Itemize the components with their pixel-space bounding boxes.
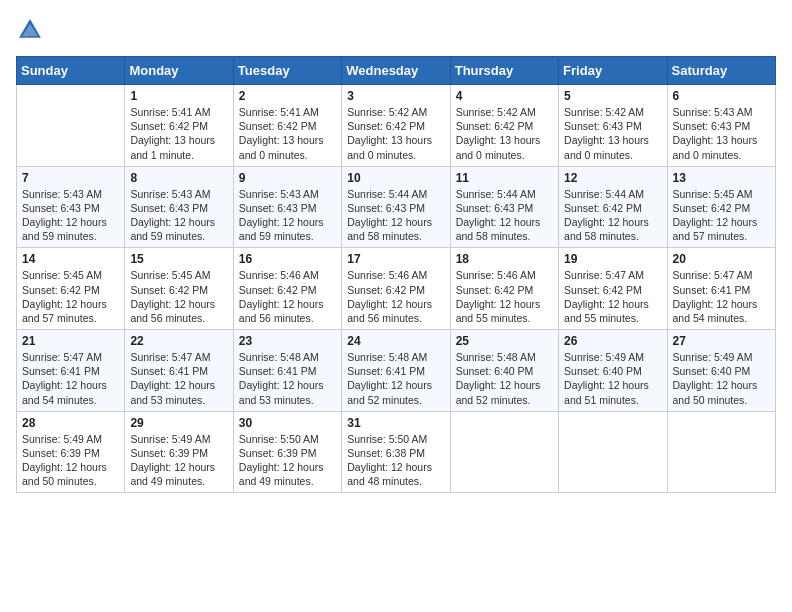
day-number: 3 xyxy=(347,89,444,103)
day-number: 7 xyxy=(22,171,119,185)
calendar-header-row: SundayMondayTuesdayWednesdayThursdayFrid… xyxy=(17,57,776,85)
day-info: Sunrise: 5:48 AM Sunset: 6:41 PM Dayligh… xyxy=(239,350,336,407)
calendar-week-row: 28Sunrise: 5:49 AM Sunset: 6:39 PM Dayli… xyxy=(17,411,776,493)
day-info: Sunrise: 5:49 AM Sunset: 6:40 PM Dayligh… xyxy=(564,350,661,407)
calendar-cell: 7Sunrise: 5:43 AM Sunset: 6:43 PM Daylig… xyxy=(17,166,125,248)
day-number: 11 xyxy=(456,171,553,185)
day-info: Sunrise: 5:43 AM Sunset: 6:43 PM Dayligh… xyxy=(239,187,336,244)
day-number: 5 xyxy=(564,89,661,103)
day-number: 23 xyxy=(239,334,336,348)
calendar-cell: 31Sunrise: 5:50 AM Sunset: 6:38 PM Dayli… xyxy=(342,411,450,493)
day-info: Sunrise: 5:48 AM Sunset: 6:41 PM Dayligh… xyxy=(347,350,444,407)
calendar-cell: 9Sunrise: 5:43 AM Sunset: 6:43 PM Daylig… xyxy=(233,166,341,248)
day-info: Sunrise: 5:48 AM Sunset: 6:40 PM Dayligh… xyxy=(456,350,553,407)
day-info: Sunrise: 5:43 AM Sunset: 6:43 PM Dayligh… xyxy=(673,105,770,162)
day-header-sunday: Sunday xyxy=(17,57,125,85)
calendar-cell: 16Sunrise: 5:46 AM Sunset: 6:42 PM Dayli… xyxy=(233,248,341,330)
day-info: Sunrise: 5:47 AM Sunset: 6:41 PM Dayligh… xyxy=(22,350,119,407)
day-number: 31 xyxy=(347,416,444,430)
day-info: Sunrise: 5:47 AM Sunset: 6:42 PM Dayligh… xyxy=(564,268,661,325)
calendar-week-row: 14Sunrise: 5:45 AM Sunset: 6:42 PM Dayli… xyxy=(17,248,776,330)
day-number: 20 xyxy=(673,252,770,266)
day-number: 26 xyxy=(564,334,661,348)
day-info: Sunrise: 5:41 AM Sunset: 6:42 PM Dayligh… xyxy=(130,105,227,162)
calendar-cell: 15Sunrise: 5:45 AM Sunset: 6:42 PM Dayli… xyxy=(125,248,233,330)
day-number: 16 xyxy=(239,252,336,266)
calendar-cell: 17Sunrise: 5:46 AM Sunset: 6:42 PM Dayli… xyxy=(342,248,450,330)
day-info: Sunrise: 5:49 AM Sunset: 6:40 PM Dayligh… xyxy=(673,350,770,407)
day-info: Sunrise: 5:46 AM Sunset: 6:42 PM Dayligh… xyxy=(456,268,553,325)
day-header-saturday: Saturday xyxy=(667,57,775,85)
calendar-cell: 19Sunrise: 5:47 AM Sunset: 6:42 PM Dayli… xyxy=(559,248,667,330)
day-number: 2 xyxy=(239,89,336,103)
day-number: 6 xyxy=(673,89,770,103)
day-number: 25 xyxy=(456,334,553,348)
calendar-cell: 10Sunrise: 5:44 AM Sunset: 6:43 PM Dayli… xyxy=(342,166,450,248)
day-number: 4 xyxy=(456,89,553,103)
calendar-cell xyxy=(559,411,667,493)
calendar-cell: 28Sunrise: 5:49 AM Sunset: 6:39 PM Dayli… xyxy=(17,411,125,493)
day-header-thursday: Thursday xyxy=(450,57,558,85)
day-info: Sunrise: 5:44 AM Sunset: 6:43 PM Dayligh… xyxy=(456,187,553,244)
calendar-cell: 8Sunrise: 5:43 AM Sunset: 6:43 PM Daylig… xyxy=(125,166,233,248)
calendar-cell: 12Sunrise: 5:44 AM Sunset: 6:42 PM Dayli… xyxy=(559,166,667,248)
day-info: Sunrise: 5:42 AM Sunset: 6:42 PM Dayligh… xyxy=(347,105,444,162)
calendar-cell: 13Sunrise: 5:45 AM Sunset: 6:42 PM Dayli… xyxy=(667,166,775,248)
calendar-cell: 18Sunrise: 5:46 AM Sunset: 6:42 PM Dayli… xyxy=(450,248,558,330)
calendar-cell: 29Sunrise: 5:49 AM Sunset: 6:39 PM Dayli… xyxy=(125,411,233,493)
calendar-week-row: 21Sunrise: 5:47 AM Sunset: 6:41 PM Dayli… xyxy=(17,330,776,412)
day-number: 12 xyxy=(564,171,661,185)
calendar-cell: 2Sunrise: 5:41 AM Sunset: 6:42 PM Daylig… xyxy=(233,85,341,167)
calendar-table: SundayMondayTuesdayWednesdayThursdayFrid… xyxy=(16,56,776,493)
logo xyxy=(16,16,48,44)
day-number: 24 xyxy=(347,334,444,348)
day-info: Sunrise: 5:41 AM Sunset: 6:42 PM Dayligh… xyxy=(239,105,336,162)
calendar-cell xyxy=(450,411,558,493)
calendar-cell: 25Sunrise: 5:48 AM Sunset: 6:40 PM Dayli… xyxy=(450,330,558,412)
day-number: 28 xyxy=(22,416,119,430)
day-number: 13 xyxy=(673,171,770,185)
calendar-cell: 11Sunrise: 5:44 AM Sunset: 6:43 PM Dayli… xyxy=(450,166,558,248)
calendar-week-row: 7Sunrise: 5:43 AM Sunset: 6:43 PM Daylig… xyxy=(17,166,776,248)
day-info: Sunrise: 5:47 AM Sunset: 6:41 PM Dayligh… xyxy=(130,350,227,407)
day-number: 29 xyxy=(130,416,227,430)
day-number: 17 xyxy=(347,252,444,266)
calendar-cell: 5Sunrise: 5:42 AM Sunset: 6:43 PM Daylig… xyxy=(559,85,667,167)
day-number: 8 xyxy=(130,171,227,185)
day-header-tuesday: Tuesday xyxy=(233,57,341,85)
calendar-cell: 26Sunrise: 5:49 AM Sunset: 6:40 PM Dayli… xyxy=(559,330,667,412)
day-info: Sunrise: 5:43 AM Sunset: 6:43 PM Dayligh… xyxy=(130,187,227,244)
day-info: Sunrise: 5:45 AM Sunset: 6:42 PM Dayligh… xyxy=(130,268,227,325)
page-header xyxy=(16,16,776,44)
calendar-cell: 24Sunrise: 5:48 AM Sunset: 6:41 PM Dayli… xyxy=(342,330,450,412)
day-info: Sunrise: 5:50 AM Sunset: 6:38 PM Dayligh… xyxy=(347,432,444,489)
day-number: 1 xyxy=(130,89,227,103)
day-info: Sunrise: 5:45 AM Sunset: 6:42 PM Dayligh… xyxy=(673,187,770,244)
day-header-friday: Friday xyxy=(559,57,667,85)
calendar-cell: 30Sunrise: 5:50 AM Sunset: 6:39 PM Dayli… xyxy=(233,411,341,493)
day-number: 9 xyxy=(239,171,336,185)
calendar-cell: 20Sunrise: 5:47 AM Sunset: 6:41 PM Dayli… xyxy=(667,248,775,330)
day-info: Sunrise: 5:43 AM Sunset: 6:43 PM Dayligh… xyxy=(22,187,119,244)
day-info: Sunrise: 5:49 AM Sunset: 6:39 PM Dayligh… xyxy=(130,432,227,489)
day-number: 27 xyxy=(673,334,770,348)
calendar-cell: 23Sunrise: 5:48 AM Sunset: 6:41 PM Dayli… xyxy=(233,330,341,412)
calendar-cell xyxy=(17,85,125,167)
day-number: 22 xyxy=(130,334,227,348)
day-number: 10 xyxy=(347,171,444,185)
day-number: 15 xyxy=(130,252,227,266)
day-info: Sunrise: 5:46 AM Sunset: 6:42 PM Dayligh… xyxy=(347,268,444,325)
day-info: Sunrise: 5:44 AM Sunset: 6:43 PM Dayligh… xyxy=(347,187,444,244)
day-number: 19 xyxy=(564,252,661,266)
day-info: Sunrise: 5:47 AM Sunset: 6:41 PM Dayligh… xyxy=(673,268,770,325)
day-info: Sunrise: 5:42 AM Sunset: 6:42 PM Dayligh… xyxy=(456,105,553,162)
calendar-cell: 14Sunrise: 5:45 AM Sunset: 6:42 PM Dayli… xyxy=(17,248,125,330)
day-header-monday: Monday xyxy=(125,57,233,85)
day-info: Sunrise: 5:42 AM Sunset: 6:43 PM Dayligh… xyxy=(564,105,661,162)
day-info: Sunrise: 5:46 AM Sunset: 6:42 PM Dayligh… xyxy=(239,268,336,325)
logo-icon xyxy=(16,16,44,44)
calendar-cell: 6Sunrise: 5:43 AM Sunset: 6:43 PM Daylig… xyxy=(667,85,775,167)
day-info: Sunrise: 5:44 AM Sunset: 6:42 PM Dayligh… xyxy=(564,187,661,244)
calendar-cell: 21Sunrise: 5:47 AM Sunset: 6:41 PM Dayli… xyxy=(17,330,125,412)
calendar-cell: 3Sunrise: 5:42 AM Sunset: 6:42 PM Daylig… xyxy=(342,85,450,167)
